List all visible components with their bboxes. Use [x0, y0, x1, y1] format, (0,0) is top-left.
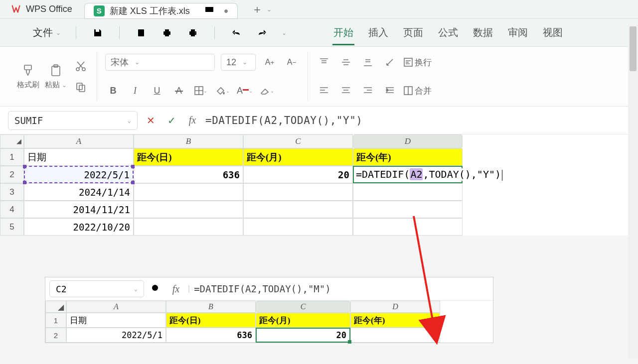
row-header-2[interactable]: 2	[0, 166, 24, 183]
cell-C5[interactable]	[243, 218, 353, 236]
chevron-down-icon[interactable]: ⌄	[267, 6, 272, 13]
select-all-corner[interactable]: ◢	[0, 134, 24, 148]
cell-B4[interactable]	[134, 201, 243, 218]
inset-D1[interactable]: 距今(年)	[350, 313, 440, 328]
inset-col-A[interactable]: A	[66, 301, 166, 313]
indent-icon[interactable]	[382, 83, 398, 99]
new-tab-button[interactable]: ＋ ⌄	[252, 2, 272, 17]
menu-insert[interactable]: 插入	[367, 24, 389, 41]
border-icon[interactable]: ⌄	[193, 83, 209, 99]
menu-start[interactable]: 开始	[332, 24, 354, 41]
merge-cells-button[interactable]: 合并	[404, 83, 432, 99]
chevron-down-icon[interactable]: ⌄	[282, 29, 287, 36]
inset-col-D[interactable]: D	[350, 301, 440, 313]
bold-icon[interactable]: B	[105, 83, 121, 99]
cell-A2[interactable]: 2022/5/1	[24, 166, 134, 183]
col-header-C[interactable]: C	[243, 134, 353, 148]
decrease-font-icon[interactable]: A−	[284, 54, 300, 70]
italic-icon[interactable]: I	[127, 83, 143, 99]
inset-C1[interactable]: 距今(月)	[256, 313, 350, 328]
align-bottom-icon[interactable]	[360, 54, 376, 70]
cell-C1[interactable]: 距今(月)	[243, 148, 353, 166]
align-left-icon[interactable]	[316, 83, 332, 99]
cell-D1[interactable]: 距今(年)	[353, 148, 463, 166]
align-center-icon[interactable]	[338, 83, 354, 99]
cell-D5[interactable]	[353, 218, 463, 236]
hamburger-icon[interactable]	[7, 26, 20, 39]
cancel-formula-icon[interactable]: ✕	[143, 113, 159, 128]
cell-B5[interactable]	[134, 218, 243, 236]
cell-B3[interactable]	[134, 183, 243, 201]
eraser-icon[interactable]: ⌄	[259, 83, 275, 99]
home-tab[interactable]: WPS Office	[4, 0, 79, 18]
inset-col-C[interactable]: C	[256, 301, 350, 313]
row-header-5[interactable]: 5	[0, 218, 24, 236]
font-size-select[interactable]: 12⌄	[221, 54, 256, 71]
spreadsheet-grid[interactable]: ◢ A B C D 1 日期 距今(日) 距今(月) 距今(年) 2 2022/…	[0, 134, 638, 236]
inset-A2[interactable]: 2022/5/1	[66, 328, 166, 343]
cell-C3[interactable]	[243, 183, 353, 201]
cell-A5[interactable]: 2022/10/20	[24, 218, 134, 236]
font-name-select[interactable]: 宋体⌄	[105, 54, 215, 71]
screen-icon[interactable]	[205, 6, 214, 15]
inset-A1[interactable]: 日期	[66, 313, 166, 328]
copy-icon[interactable]	[73, 79, 89, 95]
cell-D2[interactable]: =DATEDIF(A2,TODAY(),"Y")	[353, 166, 463, 183]
strikethrough-icon[interactable]: A	[171, 83, 187, 99]
col-header-B[interactable]: B	[134, 134, 243, 148]
chevron-down-icon[interactable]: ⌄	[134, 285, 138, 292]
chevron-down-icon[interactable]: ⌄	[128, 117, 131, 124]
row-header-1[interactable]: 1	[0, 148, 24, 166]
zoom-out-icon[interactable]	[148, 281, 164, 297]
format-painter-button[interactable]: 格式刷	[15, 52, 41, 101]
fx-icon[interactable]: fx	[168, 281, 184, 297]
cut-icon[interactable]	[73, 58, 89, 74]
cell-A1[interactable]: 日期	[24, 148, 134, 166]
cell-B2[interactable]: 636	[134, 166, 243, 183]
print-icon[interactable]	[160, 26, 173, 39]
confirm-formula-icon[interactable]: ✓	[163, 113, 179, 128]
cell-B1[interactable]: 距今(日)	[134, 148, 243, 166]
fx-icon[interactable]: fx	[184, 113, 200, 128]
inset-D2[interactable]: 1	[350, 328, 440, 343]
menu-review[interactable]: 审阅	[507, 24, 529, 41]
increase-font-icon[interactable]: A+	[262, 54, 278, 70]
document-tab[interactable]: S 新建 XLS 工作表.xls ●	[84, 3, 238, 19]
inset-B2[interactable]: 636	[166, 328, 256, 343]
align-top-icon[interactable]	[316, 54, 332, 70]
cell-C2[interactable]: 20	[243, 166, 353, 183]
dot-icon[interactable]: ●	[224, 6, 229, 15]
paste-button[interactable]: 粘贴 ⌄	[43, 52, 69, 101]
menu-page[interactable]: 页面	[402, 24, 424, 41]
cell-A3[interactable]: 2024/1/14	[24, 183, 134, 201]
redo-icon[interactable]	[256, 26, 269, 39]
row-header-3[interactable]: 3	[0, 183, 24, 201]
cell-D3[interactable]	[353, 183, 463, 201]
fill-color-icon[interactable]: ⌄	[215, 83, 231, 99]
print-preview-icon[interactable]	[135, 26, 148, 39]
undo-icon[interactable]	[230, 26, 243, 39]
cell-A4[interactable]: 2014/11/21	[24, 201, 134, 218]
scrollbar-thumb[interactable]	[630, 26, 637, 71]
inset-C2[interactable]: 20	[256, 328, 350, 343]
cell-D4[interactable]	[353, 201, 463, 218]
row-header-4[interactable]: 4	[0, 201, 24, 218]
inset-formula-input[interactable]: =DATEDIF(A2,TODAY(),"M")	[194, 283, 331, 294]
inset-B1[interactable]: 距今(日)	[166, 313, 256, 328]
inset-col-B[interactable]: B	[166, 301, 256, 313]
menu-data[interactable]: 数据	[472, 24, 494, 41]
menu-formula[interactable]: 公式	[437, 24, 459, 41]
inset-select-all[interactable]: ◢	[45, 301, 66, 313]
font-color-icon[interactable]: A⌄	[237, 83, 253, 99]
vertical-scrollbar[interactable]	[628, 25, 638, 359]
inset-row-2[interactable]: 2	[45, 328, 66, 343]
print-direct-icon[interactable]	[186, 26, 199, 39]
wrap-text-button[interactable]: 换行	[404, 54, 432, 70]
name-box[interactable]: SUMIF ⌄	[8, 111, 138, 130]
align-middle-icon[interactable]	[338, 54, 354, 70]
file-menu[interactable]: 文件 ⌄	[33, 26, 61, 39]
inset-row-1[interactable]: 1	[45, 313, 66, 328]
col-header-A[interactable]: A	[24, 134, 134, 148]
save-icon[interactable]	[91, 26, 104, 39]
align-right-icon[interactable]	[360, 83, 376, 99]
